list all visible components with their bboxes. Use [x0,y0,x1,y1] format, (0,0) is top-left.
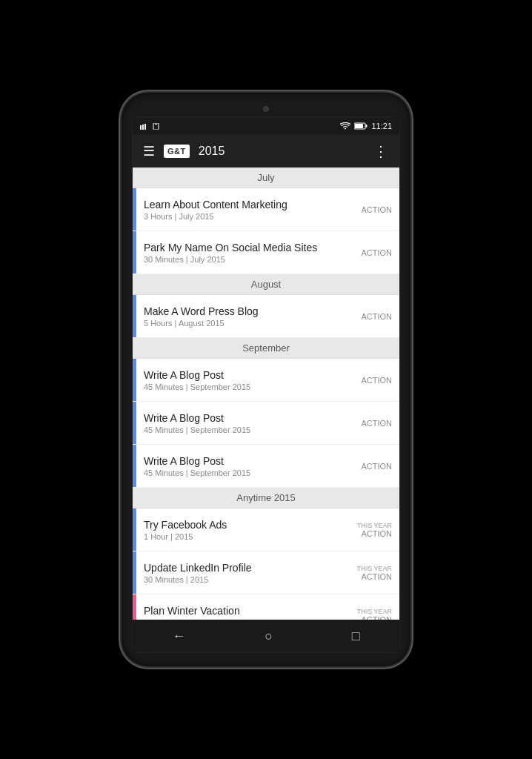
item-subtitle-write-blog-post-2: 45 Minutes | September 2015 [144,425,346,434]
item-title-try-facebook-ads: Try Facebook Ads [144,519,342,531]
svg-rect-1 [142,125,144,130]
camera-dot [263,106,269,112]
item-action-label-plan-winter-vacation: ACTION [361,615,392,620]
item-body-learn-content-marketing: Learn About Content Marketing3 Hours | J… [136,188,353,231]
status-bar: 11:21 [133,117,399,135]
screen: 11:21 ☰ G&T 2015 ⋮ JulyLearn About Conte… [132,116,400,653]
svg-rect-7 [355,124,363,128]
item-body-make-wordpress-blog: Make A Word Press Blog5 Hours | August 2… [136,295,353,337]
item-action-make-wordpress-blog: ACTION [353,295,399,337]
item-action-park-name-social: ACTION [353,231,399,274]
item-action-update-linkedin: THIS YEARACTION [350,551,399,594]
battery-icon [354,122,368,130]
item-action-write-blog-post-2: ACTION [353,402,399,444]
item-action-label-write-blog-post-1: ACTION [361,376,392,385]
item-subtitle-plan-winter-vacation: 1 Hour | 2015 [144,618,342,620]
device-frame: 11:21 ☰ G&T 2015 ⋮ JulyLearn About Conte… [122,93,410,666]
section-header-september: September [133,338,399,359]
status-bar-left [140,123,159,130]
item-action-label-park-name-social: ACTION [361,248,392,257]
item-action-label-try-facebook-ads: ACTION [361,529,392,538]
svg-rect-2 [144,124,146,130]
item-title-make-wordpress-blog: Make A Word Press Blog [144,305,346,317]
item-subtitle-try-facebook-ads: 1 Hour | 2015 [144,532,342,541]
more-options-icon[interactable]: ⋮ [370,139,392,163]
list-item-write-blog-post-2[interactable]: Write A Blog Post45 Minutes | September … [133,402,399,445]
item-title-update-linkedin: Update LinkedIn Profile [144,562,342,574]
svg-rect-6 [366,125,368,127]
item-subtitle-write-blog-post-1: 45 Minutes | September 2015 [144,382,346,391]
wifi-icon [340,122,350,130]
item-subtitle-write-blog-post-3: 45 Minutes | September 2015 [144,468,346,477]
item-subtitle-make-wordpress-blog: 5 Hours | August 2015 [144,319,346,328]
menu-icon[interactable]: ☰ [140,140,158,162]
list-item-plan-winter-vacation[interactable]: Plan Winter Vacation1 Hour | 2015THIS YE… [133,594,399,620]
item-action-learn-content-marketing: ACTION [353,188,399,231]
item-year-update-linkedin: THIS YEAR [357,565,392,572]
section-header-anytime-2015: Anytime 2015 [133,488,399,508]
item-year-try-facebook-ads: THIS YEAR [357,522,392,529]
item-year-plan-winter-vacation: THIS YEAR [357,608,392,615]
item-body-write-blog-post-3: Write A Blog Post45 Minutes | September … [136,445,353,487]
svg-rect-0 [140,125,142,130]
phone-icon [153,123,159,130]
home-button[interactable]: ○ [265,629,273,644]
status-bar-right: 11:21 [340,122,392,130]
item-action-label-update-linkedin: ACTION [361,572,392,581]
task-list: JulyLearn About Content Marketing3 Hours… [133,168,399,620]
item-title-plan-winter-vacation: Plan Winter Vacation [144,605,342,617]
list-item-park-name-social[interactable]: Park My Name On Social Media Sites30 Min… [133,231,399,274]
toolbar: ☰ G&T 2015 ⋮ [133,135,399,168]
item-body-update-linkedin: Update LinkedIn Profile30 Minutes | 2015 [136,551,350,594]
list-item-learn-content-marketing[interactable]: Learn About Content Marketing3 Hours | J… [133,188,399,231]
item-action-label-make-wordpress-blog: ACTION [361,312,392,321]
item-subtitle-park-name-social: 30 Minutes | July 2015 [144,255,346,264]
list-item-write-blog-post-3[interactable]: Write A Blog Post45 Minutes | September … [133,445,399,488]
item-body-plan-winter-vacation: Plan Winter Vacation1 Hour | 2015 [136,594,350,620]
item-title-learn-content-marketing: Learn About Content Marketing [144,199,346,211]
item-action-label-write-blog-post-3: ACTION [361,462,392,471]
item-title-write-blog-post-3: Write A Blog Post [144,455,346,467]
list-item-make-wordpress-blog[interactable]: Make A Word Press Blog5 Hours | August 2… [133,295,399,338]
time-display: 11:21 [371,122,392,130]
item-action-write-blog-post-1: ACTION [353,359,399,401]
recents-button[interactable]: □ [352,629,360,644]
item-body-try-facebook-ads: Try Facebook Ads1 Hour | 2015 [136,508,350,551]
toolbar-logo: G&T [164,145,190,158]
back-button[interactable]: ← [172,629,185,644]
bottom-navigation: ← ○ □ [133,620,399,652]
item-title-write-blog-post-2: Write A Blog Post [144,412,346,424]
list-item-write-blog-post-1[interactable]: Write A Blog Post45 Minutes | September … [133,359,399,402]
item-subtitle-update-linkedin: 30 Minutes | 2015 [144,575,342,584]
item-body-write-blog-post-2: Write A Blog Post45 Minutes | September … [136,402,353,444]
item-subtitle-learn-content-marketing: 3 Hours | July 2015 [144,212,346,221]
toolbar-title: 2015 [199,145,365,158]
section-header-august: August [133,274,399,295]
item-body-write-blog-post-1: Write A Blog Post45 Minutes | September … [136,359,353,401]
item-action-label-learn-content-marketing: ACTION [361,205,392,214]
item-title-park-name-social: Park My Name On Social Media Sites [144,242,346,253]
item-action-label-write-blog-post-2: ACTION [361,419,392,428]
list-item-try-facebook-ads[interactable]: Try Facebook Ads1 Hour | 2015THIS YEARAC… [133,508,399,551]
svg-rect-4 [155,124,157,125]
section-header-july: July [133,168,399,188]
item-action-try-facebook-ads: THIS YEARACTION [350,508,399,551]
list-item-update-linkedin[interactable]: Update LinkedIn Profile30 Minutes | 2015… [133,551,399,594]
item-title-write-blog-post-1: Write A Blog Post [144,369,346,381]
item-action-plan-winter-vacation: THIS YEARACTION [350,594,399,620]
item-action-write-blog-post-3: ACTION [353,445,399,487]
item-body-park-name-social: Park My Name On Social Media Sites30 Min… [136,231,353,274]
sim-icon [140,123,149,130]
